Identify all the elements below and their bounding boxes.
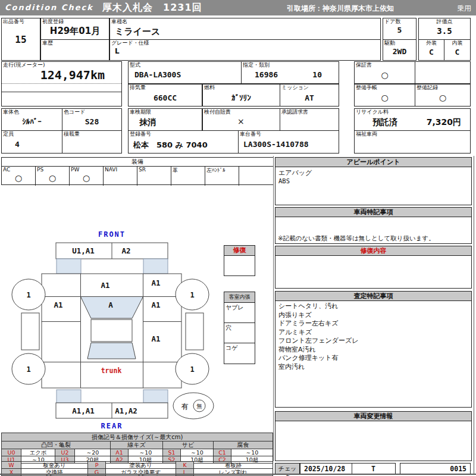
insurance-mark: ×: [237, 117, 280, 126]
welfare-vehicle-cell: 福祉車両: [354, 130, 471, 154]
lot-number-label: 出品番号: [3, 19, 24, 25]
left-front-door-mark: A1: [54, 300, 62, 309]
fuel-cell: 燃料 ｶﾞｿﾘﾝ: [202, 84, 280, 107]
displacement-label: 排気量: [130, 85, 146, 91]
repair-flag-title: 修復: [224, 246, 255, 256]
doors-cell: ドア数 5: [383, 18, 416, 40]
legend-code: W: [2, 462, 21, 469]
recycle-fee-label: リサイクル料: [356, 109, 389, 115]
equipment-label: 革: [173, 167, 178, 174]
load-capacity-label: 積載量: [64, 131, 80, 137]
chassis-number-value: LA300S-1410788: [243, 140, 339, 149]
legend-value: ～10: [181, 449, 214, 456]
first-registration-value: H29年01月: [41, 26, 109, 37]
odometer-label: 走行(現メーター): [3, 62, 45, 68]
windshield-mark: A: [108, 300, 113, 309]
chassis-number-label: 車台番号: [240, 131, 261, 137]
model-code-value: DBA-LA300S: [134, 70, 241, 79]
check-number-box: 0015: [400, 463, 471, 474]
equipment-label: AC: [3, 167, 10, 173]
rear-bumper-left-mark: A1,A1: [72, 406, 95, 415]
odometer-cell: 走行(現メーター) 124,947km: [1, 61, 122, 107]
maintenance-record-mark: ○: [415, 93, 470, 102]
change-info-title: 車両変更情報: [275, 412, 471, 421]
color-code-label: 色コード: [64, 109, 85, 115]
grade-cell: グレード・仕様 L: [109, 39, 381, 61]
legend-value: 板金あり: [21, 462, 88, 469]
assessment-line: アルミキズ: [278, 328, 468, 337]
vehicle-category: 乗用: [457, 4, 471, 14]
history-cell: 車歴: [40, 39, 109, 61]
vehicle-notes-body: ※記載のない書類・機器等は無しとして取り扱います。: [275, 217, 471, 244]
odometer-divider-dotted: [2, 83, 121, 84]
equipment-cell-ac: AC○: [2, 167, 36, 186]
capacity-label: 定員: [3, 131, 14, 137]
warranty-mark: ○: [355, 70, 415, 80]
exterior-grade-label: 外装: [419, 40, 444, 46]
legend-code: A1: [111, 449, 129, 456]
assessment-line: パンク修理キット有: [278, 354, 468, 363]
drive-label: 駆動: [384, 40, 395, 46]
header-bar: Condition Check 厚木入札会 1231回 引取場所：神奈川県厚木市…: [0, 0, 476, 15]
equipment-mark: ○: [2, 173, 35, 183]
legend-group-dent: 凸凹・亀裂: [2, 441, 111, 449]
equipment-cell-pw: PW○: [70, 167, 104, 186]
cabin-interior-box: 客室内張 ヤブレ 穴 コゲ: [224, 292, 255, 364]
doors-value: 5: [383, 26, 416, 35]
legend-group-rust: サビ: [163, 441, 214, 449]
appeal-points-section: アピールポイント エアバッグ ABS: [275, 157, 472, 205]
left-side-strip: [21, 313, 39, 350]
score-cell: 評価点 3.5: [418, 18, 471, 40]
equipment-mark: ○: [36, 173, 69, 183]
interior-grade-cell: 内装 C: [444, 39, 471, 61]
body-color-value: ｼﾙﾊﾞｰ: [2, 117, 62, 126]
interior-grade-label: 内装: [444, 40, 470, 46]
check-date: 2025/10/28: [304, 465, 345, 473]
displacement-value: 660CC: [129, 93, 202, 102]
model-name-cell: 車種名 ミライース: [109, 18, 381, 40]
lot-number-value: 15: [2, 34, 40, 45]
warranty-label: 保証書: [356, 62, 372, 68]
presence-yes-label: 有: [181, 402, 189, 411]
warranty-blank-cell: [415, 61, 471, 84]
legend-code: S1: [163, 449, 181, 456]
rear-label: REAR: [101, 422, 123, 430]
registration-number-value: 松本 580 み 7040: [133, 140, 238, 151]
equipment-cell-sr: SR: [137, 167, 171, 186]
legend-value: ～20: [75, 449, 111, 456]
fuel-label: 燃料: [204, 85, 215, 91]
front-bumper-right-mark: A2: [121, 246, 130, 255]
transmission-label: ミッション: [281, 85, 309, 91]
equipment-label: SR: [139, 167, 146, 173]
vehicle-notes-disclaimer: ※記載のない書類・機器等は無しとして取り扱います。: [278, 234, 435, 243]
inspection-expiry-label: 車検期限: [130, 109, 151, 115]
appeal-line: エアバッグ: [278, 168, 468, 177]
odometer-divider-solid: [2, 92, 121, 92]
rear-left-wheel-mark: 1: [26, 365, 30, 374]
maintenance-book-label: 整備手帳: [356, 85, 377, 91]
maintenance-record-cell: 整備記録 ○: [415, 84, 471, 107]
brand-logo: Condition Check: [5, 3, 93, 12]
legend-code: K: [176, 462, 194, 469]
assessment-notes-title: 査定特記事項: [275, 292, 471, 301]
grade-label: グレード・仕様: [111, 40, 149, 46]
front-label: FRONT: [98, 230, 126, 239]
check-date-box: 2025/10/28 T: [300, 463, 396, 474]
rear-right-pillar-shade: [143, 390, 168, 403]
rear-bumper-right-mark: A1,A2: [115, 406, 137, 415]
history-label: 車歴: [42, 40, 53, 46]
auction-title: 厚木入札会 1231回: [102, 2, 202, 14]
warranty-cell: 保証書 ○: [354, 61, 415, 84]
legend-value: 塗装あり: [106, 462, 176, 469]
assessment-line: ドアミラー左右キズ: [278, 320, 468, 328]
front-right-wheel-mark: 1: [190, 291, 194, 299]
equipment-cell-ps: PS○: [36, 167, 70, 186]
legend-code: C1: [214, 449, 231, 456]
repair-detail-section: 修復内容: [275, 246, 472, 289]
fuel-value: ｶﾞｿﾘﾝ: [203, 93, 280, 102]
score-value: 3.5: [419, 26, 470, 36]
registration-number-label: 登録番号: [130, 131, 151, 137]
change-info-body: [275, 421, 471, 461]
legend-code: U2: [55, 449, 75, 456]
legend-value: ～10: [231, 449, 273, 456]
